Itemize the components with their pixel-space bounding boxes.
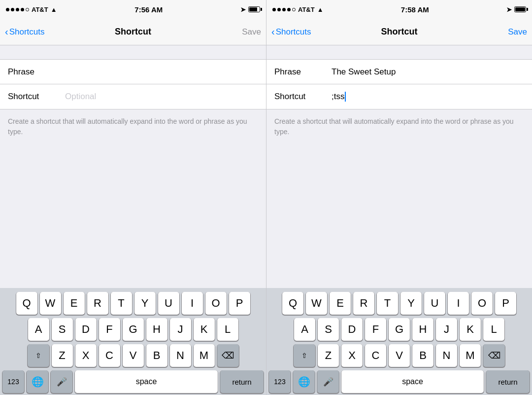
key-r-right[interactable]: R [353,292,374,315]
keyboard-left: Q W E R T Y U I O P A S D F G H J K L ⇧ … [0,288,266,395]
delete-key-left[interactable]: ⌫ [217,344,239,367]
wifi-icon-right: ▲ [317,6,324,13]
key-z-left[interactable]: Z [52,344,73,367]
key-l-right[interactable]: L [483,318,504,341]
key-c-right[interactable]: C [365,344,386,367]
key-c-left[interactable]: C [99,344,120,367]
key-n-right[interactable]: N [436,344,457,367]
key-a-left[interactable]: A [28,318,49,341]
status-right-right: ➤ [506,6,526,13]
key-row-4-right: 123 🌐 🎤 space return [268,370,531,393]
key-h-left[interactable]: H [146,318,167,341]
return-key-right[interactable]: return [486,370,530,393]
key-s-right[interactable]: S [318,318,339,341]
key-j-left[interactable]: J [170,318,191,341]
key-n-left[interactable]: N [170,344,191,367]
content-right: Phrase The Sweet Setup Shortcut ;tss Cre… [266,45,532,288]
key-s-left[interactable]: S [52,318,73,341]
space-key-left[interactable]: space [75,370,218,393]
shortcut-row-right: Shortcut ;tss [266,84,532,109]
save-button-right[interactable]: Save [508,27,527,37]
shift-key-left[interactable]: ⇧ [28,344,49,367]
return-key-left[interactable]: return [220,370,264,393]
key-y-left[interactable]: Y [134,292,156,315]
key-y-right[interactable]: Y [400,292,422,315]
phrase-value-right[interactable]: The Sweet Setup [332,67,396,77]
key-g-right[interactable]: G [389,318,410,341]
phrase-row-left: Phrase [0,60,266,84]
key-z-right[interactable]: Z [318,344,339,367]
save-button-left[interactable]: Save [242,27,261,37]
key-row-1-left: Q W E R T Y U I O P [1,292,265,315]
key-v-left[interactable]: V [123,344,144,367]
signal-dots-right [272,8,296,11]
key-row-2-left: A S D F G H J K L [1,318,265,341]
numbers-key-left[interactable]: 123 [2,370,24,393]
carrier-label: AT&T [32,6,48,13]
key-p-left[interactable]: P [229,292,250,315]
key-h-right[interactable]: H [412,318,433,341]
phone-panel-right: AT&T ▲ 7:58 AM ➤ ‹ Shortcuts Shortcut Sa… [266,0,532,395]
key-l-left[interactable]: L [217,318,238,341]
key-a-right[interactable]: A [294,318,315,341]
key-v-right[interactable]: V [389,344,410,367]
key-w-left[interactable]: W [40,292,61,315]
back-label-right: Shortcuts [276,27,311,37]
nav-bar-left: ‹ Shortcuts Shortcut Save [0,19,266,45]
key-i-right[interactable]: I [448,292,469,315]
key-o-left[interactable]: O [205,292,227,315]
key-b-left[interactable]: B [146,344,167,367]
key-b-right[interactable]: B [412,344,433,367]
key-e-right[interactable]: E [330,292,351,315]
key-d-left[interactable]: D [75,318,97,341]
key-u-right[interactable]: U [424,292,445,315]
key-m-left[interactable]: M [194,344,215,367]
key-f-right[interactable]: F [365,318,386,341]
key-x-left[interactable]: X [75,344,97,367]
status-bar-right: AT&T ▲ 7:58 AM ➤ [266,0,532,19]
key-q-left[interactable]: Q [16,292,37,315]
back-button-left[interactable]: ‹ Shortcuts [5,27,44,37]
key-o-right[interactable]: O [471,292,493,315]
shortcut-label-right: Shortcut [274,92,324,102]
status-bar-left: AT&T ▲ 7:56 AM ➤ [0,0,266,19]
shortcut-row-left: Shortcut Optional [0,84,266,109]
key-k-right[interactable]: K [460,318,481,341]
globe-key-right[interactable]: 🌐 [293,370,315,393]
nav-title-left: Shortcut [115,27,151,37]
key-d-right[interactable]: D [341,318,363,341]
key-row-4-left: 123 🌐 🎤 space return [1,370,265,393]
battery-icon-left [248,6,260,12]
key-w-right[interactable]: W [306,292,327,315]
key-e-left[interactable]: E [64,292,85,315]
shortcut-value-right[interactable]: ;tss [332,92,346,102]
status-right-left: ➤ [240,6,260,13]
mic-key-right[interactable]: 🎤 [317,370,339,393]
key-row-2-right: A S D F G H J K L [268,318,531,341]
phrase-row-right: Phrase The Sweet Setup [266,60,532,84]
key-i-left[interactable]: I [182,292,203,315]
key-t-left[interactable]: T [111,292,132,315]
back-button-right[interactable]: ‹ Shortcuts [271,27,311,37]
shift-key-right[interactable]: ⇧ [294,344,315,367]
globe-key-left[interactable]: 🌐 [27,370,48,393]
key-q-right[interactable]: Q [282,292,303,315]
key-m-right[interactable]: M [460,344,481,367]
form-section-right: Phrase The Sweet Setup Shortcut ;tss [266,59,532,109]
space-key-right[interactable]: space [341,370,484,393]
numbers-key-right[interactable]: 123 [269,370,291,393]
mic-key-left[interactable]: 🎤 [51,370,72,393]
key-r-left[interactable]: R [87,292,108,315]
chevron-icon-left: ‹ [5,27,8,36]
key-u-left[interactable]: U [158,292,179,315]
status-left: AT&T ▲ [6,6,57,13]
delete-key-right[interactable]: ⌫ [483,344,505,367]
key-f-left[interactable]: F [99,318,120,341]
key-p-right[interactable]: P [495,292,516,315]
key-k-left[interactable]: K [194,318,215,341]
key-t-right[interactable]: T [377,292,398,315]
key-j-right[interactable]: J [436,318,457,341]
battery-fill-right [515,7,525,11]
key-g-left[interactable]: G [123,318,144,341]
key-x-right[interactable]: X [341,344,363,367]
